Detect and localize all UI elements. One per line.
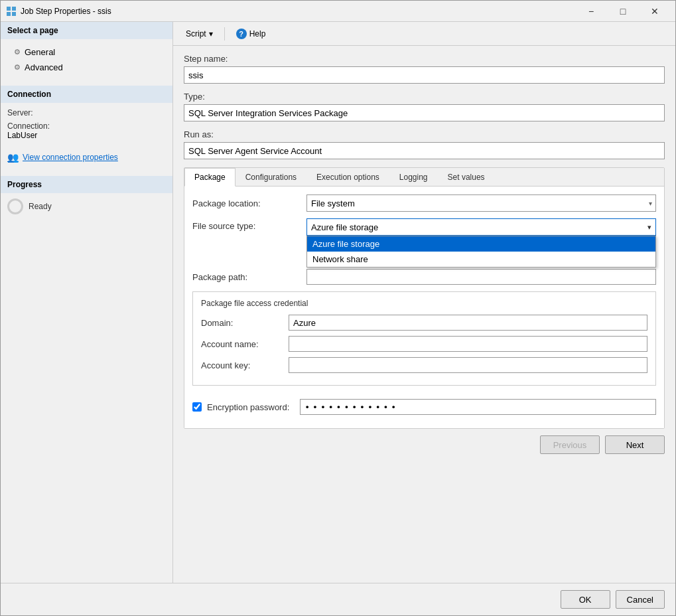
close-button[interactable]: ✕ [640,3,670,19]
domain-input[interactable] [289,315,647,331]
file-source-type-label: File source type: [192,218,299,231]
domain-label: Domain: [201,318,281,328]
svg-rect-1 [12,7,16,11]
step-name-label: Step name: [184,54,665,64]
account-key-input[interactable] [289,357,647,373]
sidebar-item-advanced-label: Advanced [25,62,63,72]
dialog-bottom-bar: OK Cancel [1,583,675,615]
main-content: Select a page ⚙ General ⚙ Advanced Conne… [1,22,675,583]
toolbar-separator [224,27,225,40]
progress-status: Ready [29,202,52,211]
svg-rect-3 [12,12,16,16]
connection-label: Connection: [7,121,50,131]
file-source-type-dropdown-list: Azure file storage Network share [306,236,656,268]
tab-execution-options[interactable]: Execution options [306,168,389,187]
dialog-window: Job Step Properties - ssis − □ ✕ Select … [0,0,676,616]
progress-content: Ready [1,193,172,220]
domain-row: Domain: [201,315,647,331]
credential-group: Package file access credential Domain: A… [192,291,656,386]
pkg-location-select[interactable]: File system [306,194,656,212]
pkg-location-select-wrapper: File system ▾ [306,194,656,212]
connection-row: Connection: LabUser [7,121,166,140]
script-button[interactable]: Script ▾ [180,26,219,42]
server-label: Server: [7,108,33,117]
form-content: Step name: Type: SQL Server Integration … [173,46,675,583]
run-as-select-wrapper: SQL Server Agent Service Account [184,142,665,159]
type-label: Type: [184,92,665,102]
pkg-path-input[interactable] [306,269,656,285]
progress-header: Progress [1,176,172,193]
pkg-path-label: Package path: [192,272,299,282]
previous-button[interactable]: Previous [540,435,600,454]
account-name-label: Account name: [201,339,281,349]
select-page-header: Select a page [1,22,172,39]
progress-spinner [7,198,23,214]
general-icon: ⚙ [14,48,21,56]
sidebar-progress: Progress Ready [1,176,172,220]
sidebar-item-general-label: General [25,47,55,57]
help-button[interactable]: ? Help [230,25,272,42]
step-name-row: Step name: [184,54,665,84]
step-name-input[interactable] [184,66,665,84]
pkg-location-label: Package location: [192,198,299,208]
type-row: Type: SQL Server Integration Services Pa… [184,92,665,121]
sidebar-connection: Connection Server: Connection: LabUser 👥… [1,86,172,165]
next-button[interactable]: Next [605,435,665,454]
encryption-input[interactable] [300,399,656,415]
title-bar-buttons: − □ ✕ [576,3,670,19]
svg-rect-2 [7,12,11,16]
help-icon: ? [236,29,247,39]
sidebar-item-advanced[interactable]: ⚙ Advanced [1,60,172,75]
restore-button[interactable]: □ [608,3,638,19]
file-source-type-option-azure[interactable]: Azure file storage [307,236,655,252]
tab-configurations[interactable]: Configurations [236,168,306,187]
file-source-type-option-network[interactable]: Network share [307,252,655,267]
title-bar-title: Job Step Properties - ssis [21,7,576,16]
view-connection-link[interactable]: 👥 View connection properties [1,149,172,165]
file-source-type-row: File source type: Azure file storage ▾ A… [192,218,656,236]
type-select[interactable]: SQL Server Integration Services Package [184,104,665,121]
title-bar-icon [6,6,17,17]
sidebar-info: Server: Connection: LabUser [1,103,172,149]
tab-logging[interactable]: Logging [389,168,438,187]
toolbar: Script ▾ ? Help [173,22,675,46]
sidebar: Select a page ⚙ General ⚙ Advanced Conne… [1,22,173,583]
connection-header: Connection [1,86,172,103]
tab-content-package: Package location: File system ▾ [184,187,664,428]
account-key-row: Account key: [201,357,647,373]
credential-group-title: Package file access credential [201,299,647,308]
minimize-button[interactable]: − [576,3,606,19]
right-panel: Script ▾ ? Help Step name: Type: [173,22,675,583]
server-row: Server: [7,108,166,117]
file-source-type-value: Azure file storage [311,222,378,232]
cancel-button[interactable]: Cancel [616,590,665,609]
pkg-location-row: Package location: File system ▾ [192,194,656,212]
tab-container: Package Configurations Execution options… [184,167,665,429]
view-connection-label: View connection properties [23,153,118,162]
sidebar-nav: ⚙ General ⚙ Advanced [1,39,172,80]
account-name-row: Account name: [201,336,647,352]
advanced-icon: ⚙ [14,63,21,72]
ok-button[interactable]: OK [561,590,610,609]
people-icon: 👥 [7,152,19,163]
file-source-type-control: Azure file storage ▾ Azure file storage … [306,218,656,236]
pkg-location-control: File system ▾ [306,194,656,212]
svg-rect-0 [7,7,11,11]
tab-set-values[interactable]: Set values [438,168,495,187]
help-label: Help [249,29,266,38]
tab-bar: Package Configurations Execution options… [184,168,664,187]
encryption-row: Encryption password: [192,394,656,420]
file-source-type-arrow-icon: ▾ [647,223,651,232]
account-name-input[interactable] [289,336,647,352]
run-as-select[interactable]: SQL Server Agent Service Account [184,142,665,159]
connection-value: LabUser [7,131,37,140]
script-dropdown-icon: ▾ [209,29,213,38]
pkg-path-control [306,269,656,285]
title-bar: Job Step Properties - ssis − □ ✕ [1,1,675,22]
sidebar-item-general[interactable]: ⚙ General [1,44,172,60]
file-source-type-dropdown-trigger[interactable]: Azure file storage ▾ [306,218,656,236]
encryption-label: Encryption password: [207,402,289,412]
tab-package[interactable]: Package [184,168,236,187]
type-select-wrapper: SQL Server Integration Services Package [184,104,665,121]
encryption-checkbox[interactable] [192,402,202,412]
